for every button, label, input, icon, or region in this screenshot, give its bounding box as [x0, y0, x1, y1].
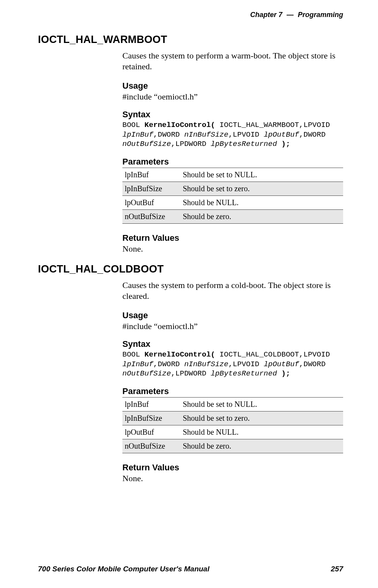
param-name: lpOutBuf — [122, 196, 180, 210]
param-desc: Should be zero. — [180, 439, 343, 453]
syntax-italic: lpInBuf — [122, 130, 153, 139]
chapter-title: Programming — [298, 11, 343, 19]
param-desc: Should be set to zero. — [180, 182, 343, 196]
return-values-text: None. — [122, 244, 343, 254]
syntax-text: IOCTL_HAL_COLDBOOT,LPVOID — [215, 350, 330, 359]
usage-text: #include “oemioctl.h” — [122, 321, 343, 331]
syntax-block: BOOL KernelIoControl( IOCTL_HAL_COLDBOOT… — [122, 350, 343, 379]
syntax-heading: Syntax — [122, 339, 343, 349]
param-desc: Should be set to zero. — [180, 411, 343, 425]
section-body: Causes the system to perform a cold-boot… — [122, 280, 343, 483]
syntax-italic: nInBufSize — [184, 360, 229, 369]
running-footer: 700 Series Color Mobile Computer User's … — [38, 565, 343, 573]
page-number: 257 — [331, 565, 343, 573]
param-name: lpOutBuf — [122, 425, 180, 439]
syntax-text: IOCTL_HAL_WARMBOOT,LPVOID — [215, 121, 330, 129]
syntax-block: BOOL KernelIoControl( IOCTL_HAL_WARMBOOT… — [122, 120, 343, 149]
table-row: lpOutBuf Should be NULL. — [122, 196, 343, 210]
manual-title: 700 Series Color Mobile Computer User's … — [38, 565, 210, 573]
syntax-bold: KernelIoControl( — [144, 121, 215, 129]
syntax-italic: nOutBufSize — [122, 140, 171, 148]
param-desc: Should be set to NULL. — [180, 398, 343, 411]
parameters-heading: Parameters — [122, 157, 343, 167]
section-body: Causes the system to perform a warm-boot… — [122, 50, 343, 254]
section-heading: IOCTL_HAL_WARMBOOT — [38, 34, 343, 46]
parameters-table: lpInBuf Should be set to NULL. lpInBufSi… — [122, 168, 343, 224]
parameters-heading: Parameters — [122, 386, 343, 396]
syntax-text: ,LPVOID — [229, 130, 264, 139]
syntax-bold: ); — [277, 140, 290, 148]
table-row: nOutBufSize Should be zero. — [122, 439, 343, 453]
syntax-text: ,DWORD — [299, 130, 325, 139]
param-desc: Should be NULL. — [180, 196, 343, 210]
syntax-italic: nOutBufSize — [122, 369, 171, 378]
table-row: lpInBuf Should be set to NULL. — [122, 398, 343, 411]
param-desc: Should be zero. — [180, 210, 343, 224]
syntax-italic: lpBytesReturned — [211, 369, 277, 378]
syntax-italic: lpOutBuf — [264, 360, 299, 369]
syntax-heading: Syntax — [122, 110, 343, 120]
syntax-text: ,LPVOID — [229, 360, 264, 369]
chapter-number: 7 — [278, 11, 282, 19]
return-values-text: None. — [122, 473, 343, 483]
usage-heading: Usage — [122, 81, 343, 91]
syntax-italic: lpBytesReturned — [211, 140, 277, 148]
return-values-heading: Return Values — [122, 463, 343, 473]
syntax-text: ,LPDWORD — [171, 369, 211, 378]
syntax-text: ,DWORD — [153, 130, 184, 139]
table-row: lpInBuf Should be set to NULL. — [122, 168, 343, 182]
section-description: Causes the system to perform a warm-boot… — [122, 50, 343, 72]
param-name: lpInBuf — [122, 168, 180, 182]
syntax-text: BOOL — [122, 350, 144, 359]
running-header: Chapter 7 — Programming — [38, 11, 343, 19]
param-name: nOutBufSize — [122, 210, 180, 224]
section-description: Causes the system to perform a cold-boot… — [122, 280, 343, 301]
syntax-text: BOOL — [122, 121, 144, 129]
param-name: lpInBufSize — [122, 182, 180, 196]
header-separator: — — [284, 11, 296, 19]
syntax-text: ,LPDWORD — [171, 140, 211, 148]
return-values-heading: Return Values — [122, 233, 343, 243]
table-row: lpInBufSize Should be set to zero. — [122, 411, 343, 425]
param-name: lpInBuf — [122, 398, 180, 411]
page: Chapter 7 — Programming IOCTL_HAL_WARMBO… — [0, 0, 378, 588]
section-heading: IOCTL_HAL_COLDBOOT — [38, 263, 343, 275]
syntax-text: ,DWORD — [299, 360, 325, 369]
param-name: nOutBufSize — [122, 439, 180, 453]
param-desc: Should be NULL. — [180, 425, 343, 439]
syntax-text: ,DWORD — [153, 360, 184, 369]
table-row: lpInBufSize Should be set to zero. — [122, 182, 343, 196]
syntax-italic: lpInBuf — [122, 360, 153, 369]
param-name: lpInBufSize — [122, 411, 180, 425]
chapter-label: Chapter — [250, 11, 277, 19]
table-row: nOutBufSize Should be zero. — [122, 210, 343, 224]
parameters-table: lpInBuf Should be set to NULL. lpInBufSi… — [122, 397, 343, 453]
usage-text: #include “oemioctl.h” — [122, 92, 343, 102]
syntax-italic: nInBufSize — [184, 130, 229, 139]
syntax-bold: ); — [277, 369, 290, 378]
syntax-bold: KernelIoControl( — [144, 350, 215, 359]
param-desc: Should be set to NULL. — [180, 168, 343, 182]
table-row: lpOutBuf Should be NULL. — [122, 425, 343, 439]
usage-heading: Usage — [122, 310, 343, 321]
syntax-italic: lpOutBuf — [264, 130, 299, 139]
